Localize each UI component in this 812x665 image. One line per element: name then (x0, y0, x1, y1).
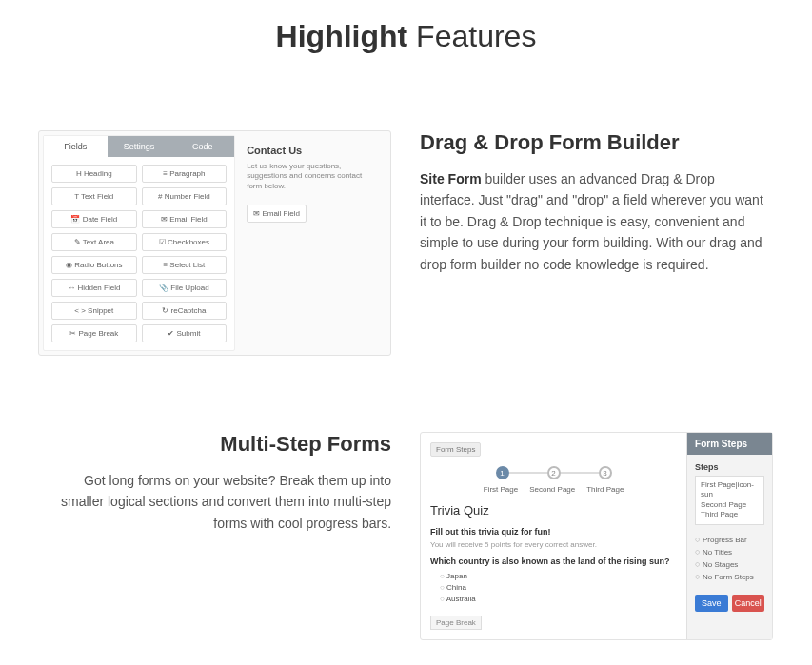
mock-sidebar: Fields Settings Code H Heading ≡ Paragra… (43, 135, 235, 351)
step-label-2: Second Page (529, 485, 575, 494)
field-paragraph[interactable]: ≡ Paragraph (142, 165, 228, 183)
option-australia[interactable]: Australia (430, 595, 677, 603)
step-1-icon: 1 (496, 466, 509, 479)
field-heading[interactable]: H Heading (51, 165, 137, 183)
mock-canvas: Contact Us Let us know your questions, s… (235, 135, 386, 351)
field-textarea[interactable]: ✎ Text Area (51, 233, 137, 251)
field-number[interactable]: # Number Field (142, 187, 228, 205)
tab-code[interactable]: Code (170, 136, 234, 157)
side-heading: Form Steps (687, 433, 772, 455)
field-email[interactable]: ✉ Email Field (142, 210, 228, 228)
option-japan[interactable]: Japan (430, 572, 677, 580)
field-checkboxes[interactable]: ☑ Checkboxes (142, 233, 228, 251)
check-no-stages[interactable]: No Stages (695, 559, 764, 569)
feature1-desc-strong: Site Form (420, 171, 482, 186)
feature2-desc: Got long forms on your website? Break th… (38, 470, 391, 534)
tab-settings[interactable]: Settings (108, 136, 171, 157)
feature1-desc: Site Form builder uses an advanced Drag … (420, 168, 773, 275)
step-label-1: First Page (484, 485, 518, 494)
feature-multistep: Multi-Step Forms Got long forms on your … (38, 432, 774, 640)
field-upload[interactable]: 📎 File Upload (142, 279, 228, 297)
quiz-subtitle: Fill out this trivia quiz for fun! (430, 527, 677, 537)
steps-label: Steps (695, 462, 764, 472)
step-labels: First Page Second Page Third Page (430, 485, 677, 494)
title-bold: Highlight (276, 19, 408, 53)
title-rest: Features (407, 19, 536, 53)
page-title: Highlight Features (38, 19, 774, 54)
form-builder-mock: Fields Settings Code H Heading ≡ Paragra… (38, 130, 391, 356)
field-snippet[interactable]: < > Snippet (51, 302, 137, 320)
form-steps-badge: Form Steps (430, 442, 481, 457)
step-line (561, 472, 599, 474)
step-line (509, 472, 547, 474)
dropped-email-field[interactable]: ✉ Email Field (247, 205, 307, 223)
feature-drag-drop: Fields Settings Code H Heading ≡ Paragra… (38, 130, 774, 356)
mock-tabs: Fields Settings Code (44, 136, 234, 157)
check-progress-bar[interactable]: Progress Bar (695, 535, 764, 544)
field-hidden[interactable]: ↔ Hidden Field (51, 279, 137, 297)
quiz-note: You will receive 5 points for every corr… (430, 540, 677, 549)
quiz-question: Which country is also known as the land … (430, 557, 677, 566)
quiz-title: Trivia Quiz (430, 503, 677, 518)
save-button[interactable]: Save (695, 595, 728, 612)
step-3-icon: 3 (599, 466, 612, 479)
field-pagebreak[interactable]: ✂ Page Break (51, 324, 137, 342)
steps-textarea[interactable]: First Page|icon-sun Second Page Third Pa… (695, 476, 764, 525)
mock-form-title: Contact Us (247, 145, 375, 156)
cancel-button[interactable]: Cancel (732, 595, 765, 612)
mock-fields-grid: H Heading ≡ Paragraph T Text Field # Num… (44, 157, 234, 350)
check-no-titles[interactable]: No Titles (695, 547, 764, 557)
check-no-form-steps[interactable]: No Form Steps (695, 572, 764, 581)
field-date[interactable]: 📅 Date Field (51, 210, 137, 228)
field-radio[interactable]: ◉ Radio Buttons (51, 256, 137, 274)
feature1-heading: Drag & Drop Form Builder (420, 130, 773, 155)
step-indicator: 1 2 3 (430, 466, 677, 479)
multistep-mock: Form Steps 1 2 3 First Page Second Page … (420, 432, 773, 640)
page-break-badge: Page Break (430, 616, 482, 630)
step-label-3: Third Page (586, 485, 624, 494)
field-text[interactable]: T Text Field (51, 187, 137, 205)
option-china[interactable]: China (430, 583, 677, 592)
field-submit[interactable]: ✔ Submit (142, 324, 228, 342)
field-select[interactable]: ≡ Select List (142, 256, 228, 274)
tab-fields[interactable]: Fields (44, 136, 108, 157)
mock2-sidebar: Form Steps Steps First Page|icon-sun Sec… (686, 433, 772, 639)
feature2-heading: Multi-Step Forms (38, 432, 391, 457)
field-recaptcha[interactable]: ↻ reCaptcha (142, 302, 228, 320)
step-2-icon: 2 (547, 466, 561, 479)
mock-form-desc: Let us know your questions, suggestions … (247, 162, 375, 191)
mock2-main: Form Steps 1 2 3 First Page Second Page … (421, 433, 686, 639)
